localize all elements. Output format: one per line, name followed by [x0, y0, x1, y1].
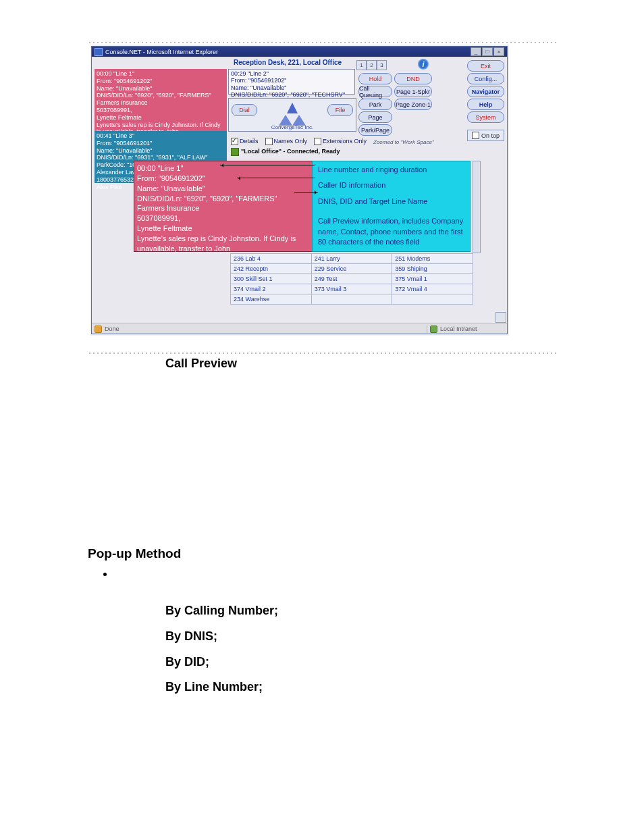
scroll-corner[interactable]: [495, 312, 506, 323]
ring1-name: Name: "Unavailable": [97, 85, 225, 93]
close-icon[interactable]: ×: [493, 47, 504, 56]
info-icon[interactable]: i: [418, 59, 429, 70]
window-titlebar: Console.NET - Microsoft Internet Explore…: [92, 47, 507, 57]
method-item: By DID;: [165, 650, 556, 675]
callout-3: DNIS, DID and Target Line Name: [318, 197, 464, 207]
exit-button[interactable]: Exit: [467, 60, 504, 72]
vertical-tabbar[interactable]: [473, 161, 481, 253]
hold-button[interactable]: Hold: [358, 73, 392, 84]
tab-3[interactable]: 3: [377, 60, 387, 70]
ring2-from: From: "9054691201": [97, 140, 225, 147]
callout-4: Call Preview information, includes Compa…: [318, 216, 464, 247]
arrow-1: [220, 165, 315, 165]
convergetec-panel: Dial File ConvergeTec Inc.: [228, 98, 356, 132]
bullet-item: [115, 567, 556, 581]
section-heading: Pop-up Method: [88, 546, 556, 561]
ring1-dnis: DNIS/DID/Ln: "6920", "6920", "FARMERS": [97, 92, 225, 99]
ext-cell[interactable]: [392, 294, 473, 305]
status-left: Done: [105, 325, 119, 332]
ov-contact: Lynette Feltmate: [137, 224, 333, 234]
decorative-dots-mid: [88, 351, 556, 357]
namesonly-checkbox[interactable]: [265, 138, 273, 145]
help-button[interactable]: Help: [467, 99, 504, 110]
tab-1[interactable]: 1: [356, 60, 367, 70]
extonly-checkbox[interactable]: [314, 138, 321, 145]
dial-button[interactable]: Dial: [232, 104, 257, 116]
page1spkr-button[interactable]: Page 1-Spkr: [394, 86, 432, 97]
ring1-contact: Lynette Feltmate: [97, 114, 225, 122]
dnd-button[interactable]: DND: [394, 73, 432, 84]
status-icon: [231, 148, 239, 156]
line2-dnis: DNIS/DID/Ln: "6920", "6920", "TECHSRV": [231, 91, 352, 98]
line2-from: From: "9054691202": [231, 77, 352, 84]
filter-checks: Details Names Only Extensions Only: [231, 138, 367, 145]
maximize-icon[interactable]: □: [482, 47, 493, 56]
ext-cell[interactable]: 359 Shiping: [392, 264, 473, 274]
parkpage-button[interactable]: Park/Page: [358, 124, 392, 136]
pagezone1-button[interactable]: Page Zone-1: [394, 99, 432, 110]
callout-descriptions: Line number and ringing duration Caller …: [312, 161, 471, 252]
details-checkbox[interactable]: [231, 138, 238, 145]
extension-grid: 236 Lab 4241 Larry251 Modems 242 Receptn…: [230, 253, 473, 305]
ring2-time: 00:41 "Line 3": [97, 132, 225, 140]
ov-cust: Farmers Insurance: [137, 203, 333, 213]
line2-time: 00:29 "Line 2": [231, 70, 352, 77]
reception-header: Reception Desk, 221, Local Office: [234, 59, 342, 66]
file-button[interactable]: File: [327, 104, 353, 116]
line2-panel[interactable]: 00:29 "Line 2" From: "9054691202" Name: …: [228, 69, 355, 95]
ext-cell[interactable]: 300 Skill Set 1: [231, 274, 312, 284]
ontop-checkbox[interactable]: On top: [467, 130, 504, 141]
line2-name: Name: "Unavailable": [231, 84, 352, 91]
ext-cell[interactable]: [311, 294, 392, 305]
ov-note: Lynette's sales rep is Cindy Johnston. I…: [137, 234, 333, 254]
callout-1: Line number and ringing duration: [318, 165, 464, 175]
ie-statusbar: Done Local Intranet: [92, 323, 507, 334]
window-title: Console.NET - Microsoft Internet Explore…: [105, 49, 218, 55]
ov-from: From: "9054691202": [137, 174, 333, 184]
method-item: By Calling Number;: [165, 598, 556, 624]
system-button[interactable]: System: [467, 111, 504, 123]
ext-cell[interactable]: 242 Receptn: [231, 264, 312, 274]
decorative-dots-top: [88, 41, 556, 46]
ring2-name: Name: "Unavailable": [97, 147, 225, 155]
arrow-3: [294, 192, 318, 193]
ov-phone: 5037089991,: [137, 213, 333, 224]
park-button[interactable]: Park: [358, 99, 392, 110]
ext-cell[interactable]: 249 Test: [311, 274, 392, 284]
method-item: By Line Number;: [165, 675, 556, 700]
bullet-list: [115, 567, 556, 581]
ext-cell[interactable]: 373 Vmail 3: [311, 284, 392, 294]
ring1-from: From: "9054691202": [97, 78, 225, 85]
ext-cell[interactable]: 251 Modems: [392, 254, 473, 264]
ext-cell[interactable]: 375 Vmail 1: [392, 274, 473, 284]
done-icon: [95, 325, 102, 333]
arrow-2: [237, 178, 315, 178]
ringing-call-1[interactable]: 00:00 "Line 1" From: "9054691202" Name: …: [95, 69, 227, 131]
ring1-phone: 5037089991,: [97, 107, 225, 114]
call-preview-zoom: 00:00 "Line 1" From: "9054691202" Name: …: [134, 161, 336, 252]
callqueue-button[interactable]: Call Queuing: [358, 86, 392, 97]
ie-icon: [95, 48, 103, 56]
ext-cell[interactable]: 241 Larry: [311, 254, 392, 264]
callout-2: Caller ID information: [318, 180, 464, 190]
status-right: Local Intranet: [440, 325, 477, 332]
ext-cell[interactable]: 236 Lab 4: [231, 254, 312, 264]
ext-cell[interactable]: 374 Vmail 2: [231, 284, 312, 294]
ring1-cust: Farmers Insurance: [97, 99, 225, 107]
minimize-icon[interactable]: _: [471, 47, 481, 56]
ext-cell[interactable]: 234 Warehse: [231, 294, 312, 305]
screenshot-window: Console.NET - Microsoft Internet Explore…: [91, 46, 508, 334]
tab-2[interactable]: 2: [367, 60, 377, 70]
ext-cell[interactable]: 229 Service: [311, 264, 392, 274]
page-button[interactable]: Page: [358, 111, 392, 123]
figure-caption: Call Preview: [165, 357, 556, 371]
methods-list: By Calling Number; By DNIS; By DID; By L…: [165, 598, 556, 700]
ring1-time: 00:00 "Line 1": [97, 70, 225, 78]
ext-cell[interactable]: 372 Vmail 4: [392, 284, 473, 294]
config-button[interactable]: Config...: [467, 73, 504, 84]
navigator-button[interactable]: Navigator: [467, 86, 504, 97]
intranet-icon: [430, 325, 437, 333]
zoomed-label: Zoomed to "Work Space": [373, 139, 434, 145]
connection-status: "Local Office" - Connected, Ready: [231, 148, 340, 156]
convergetec-label: ConvergeTec Inc.: [229, 124, 356, 130]
